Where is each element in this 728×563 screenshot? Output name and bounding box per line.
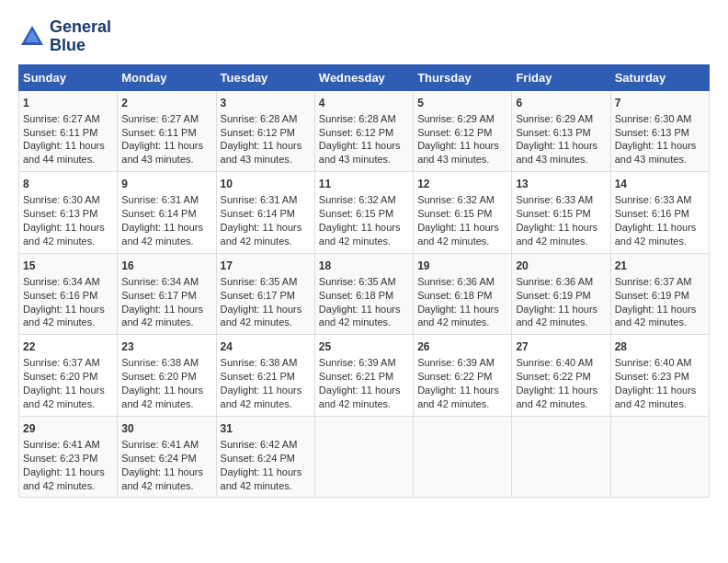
weekday-header-row: SundayMondayTuesdayWednesdayThursdayFrid… [19, 64, 710, 90]
calendar-cell: 1Sunrise: 6:27 AMSunset: 6:11 PMDaylight… [19, 90, 118, 172]
logo-icon [18, 23, 46, 51]
sunset-text: Sunset: 6:14 PM [121, 207, 211, 221]
sunset-text: Sunset: 6:23 PM [615, 370, 705, 384]
day-number: 5 [417, 96, 507, 110]
sunset-text: Sunset: 6:12 PM [417, 126, 507, 140]
sunset-text: Sunset: 6:15 PM [319, 207, 409, 221]
calendar-cell: 16Sunrise: 6:34 AMSunset: 6:17 PMDayligh… [118, 253, 216, 335]
sunset-text: Sunset: 6:21 PM [221, 370, 311, 384]
sunrise-text: Sunrise: 6:31 AM [121, 193, 211, 207]
sunset-text: Sunset: 6:22 PM [516, 370, 606, 384]
calendar-cell: 21Sunrise: 6:37 AMSunset: 6:19 PMDayligh… [610, 253, 709, 335]
day-number: 7 [615, 96, 705, 110]
sunset-text: Sunset: 6:13 PM [516, 126, 606, 140]
calendar-cell: 12Sunrise: 6:32 AMSunset: 6:15 PMDayligh… [414, 172, 512, 254]
weekday-header-tuesday: Tuesday [216, 64, 314, 90]
calendar-cell: 22Sunrise: 6:37 AMSunset: 6:20 PMDayligh… [19, 335, 118, 417]
calendar-cell: 7Sunrise: 6:30 AMSunset: 6:13 PMDaylight… [610, 90, 709, 172]
sunrise-text: Sunrise: 6:28 AM [221, 112, 311, 126]
calendar-cell: 27Sunrise: 6:40 AMSunset: 6:22 PMDayligh… [512, 335, 610, 417]
calendar-cell: 23Sunrise: 6:38 AMSunset: 6:20 PMDayligh… [118, 335, 216, 417]
daylight-text: Daylight: 11 hours and 42 minutes. [221, 221, 311, 248]
daylight-text: Daylight: 11 hours and 43 minutes. [319, 139, 409, 167]
sunset-text: Sunset: 6:11 PM [23, 126, 113, 140]
daylight-text: Daylight: 11 hours and 42 minutes. [23, 465, 113, 493]
day-number: 4 [319, 96, 409, 110]
sunset-text: Sunset: 6:19 PM [516, 289, 606, 303]
sunrise-text: Sunrise: 6:37 AM [23, 356, 113, 370]
calendar-cell: 11Sunrise: 6:32 AMSunset: 6:15 PMDayligh… [314, 172, 413, 254]
daylight-text: Daylight: 11 hours and 42 minutes. [221, 384, 311, 411]
day-number: 19 [417, 259, 507, 273]
sunrise-text: Sunrise: 6:42 AM [221, 438, 311, 452]
day-number: 10 [221, 177, 311, 191]
daylight-text: Daylight: 11 hours and 42 minutes. [319, 221, 409, 248]
weekday-header-saturday: Saturday [610, 64, 709, 90]
day-number: 16 [121, 259, 211, 273]
sunrise-text: Sunrise: 6:35 AM [319, 275, 409, 289]
sunset-text: Sunset: 6:20 PM [121, 370, 211, 384]
calendar-cell: 30Sunrise: 6:41 AMSunset: 6:24 PMDayligh… [118, 416, 216, 498]
logo-text: General Blue [50, 18, 111, 55]
day-number: 22 [23, 339, 113, 354]
sunset-text: Sunset: 6:12 PM [221, 126, 311, 140]
sunset-text: Sunset: 6:19 PM [615, 289, 705, 303]
sunset-text: Sunset: 6:11 PM [121, 126, 211, 140]
calendar-cell [610, 416, 709, 498]
day-number: 3 [221, 96, 311, 110]
calendar-cell: 20Sunrise: 6:36 AMSunset: 6:19 PMDayligh… [512, 253, 610, 335]
sunrise-text: Sunrise: 6:32 AM [417, 193, 507, 207]
daylight-text: Daylight: 11 hours and 42 minutes. [23, 221, 113, 248]
daylight-text: Daylight: 11 hours and 43 minutes. [615, 139, 705, 167]
day-number: 13 [516, 177, 606, 191]
sunset-text: Sunset: 6:13 PM [615, 126, 705, 140]
daylight-text: Daylight: 11 hours and 42 minutes. [417, 221, 507, 248]
daylight-text: Daylight: 11 hours and 42 minutes. [121, 303, 211, 330]
daylight-text: Daylight: 11 hours and 43 minutes. [221, 139, 311, 167]
calendar-cell: 2Sunrise: 6:27 AMSunset: 6:11 PMDaylight… [118, 90, 216, 172]
sunrise-text: Sunrise: 6:29 AM [516, 112, 606, 126]
sunset-text: Sunset: 6:16 PM [615, 207, 705, 221]
day-number: 25 [319, 339, 409, 354]
day-number: 12 [417, 177, 507, 191]
sunrise-text: Sunrise: 6:40 AM [615, 356, 705, 370]
day-number: 15 [23, 259, 113, 273]
daylight-text: Daylight: 11 hours and 42 minutes. [121, 384, 211, 411]
sunset-text: Sunset: 6:16 PM [23, 289, 113, 303]
daylight-text: Daylight: 11 hours and 44 minutes. [23, 139, 113, 167]
daylight-text: Daylight: 11 hours and 42 minutes. [319, 303, 409, 330]
sunset-text: Sunset: 6:24 PM [121, 452, 211, 465]
weekday-header-sunday: Sunday [19, 64, 118, 90]
sunrise-text: Sunrise: 6:41 AM [121, 438, 211, 452]
sunset-text: Sunset: 6:14 PM [221, 207, 311, 221]
day-number: 9 [121, 177, 211, 191]
sunset-text: Sunset: 6:17 PM [221, 289, 311, 303]
sunset-text: Sunset: 6:17 PM [121, 289, 211, 303]
calendar-cell: 24Sunrise: 6:38 AMSunset: 6:21 PMDayligh… [216, 335, 314, 417]
calendar-week-row: 29Sunrise: 6:41 AMSunset: 6:23 PMDayligh… [19, 416, 710, 498]
sunrise-text: Sunrise: 6:41 AM [23, 438, 113, 452]
calendar-cell: 4Sunrise: 6:28 AMSunset: 6:12 PMDaylight… [314, 90, 413, 172]
day-number: 29 [23, 421, 113, 436]
sunrise-text: Sunrise: 6:33 AM [615, 193, 705, 207]
day-number: 17 [221, 259, 311, 273]
daylight-text: Daylight: 11 hours and 43 minutes. [121, 139, 211, 167]
calendar-cell: 8Sunrise: 6:30 AMSunset: 6:13 PMDaylight… [19, 172, 118, 254]
daylight-text: Daylight: 11 hours and 42 minutes. [23, 384, 113, 411]
sunset-text: Sunset: 6:15 PM [516, 207, 606, 221]
daylight-text: Daylight: 11 hours and 42 minutes. [516, 221, 606, 248]
day-number: 31 [221, 421, 311, 436]
weekday-header-thursday: Thursday [414, 64, 512, 90]
weekday-header-monday: Monday [118, 64, 216, 90]
calendar-cell: 31Sunrise: 6:42 AMSunset: 6:24 PMDayligh… [216, 416, 314, 498]
day-number: 20 [516, 259, 606, 273]
day-number: 28 [615, 339, 705, 354]
sunrise-text: Sunrise: 6:29 AM [417, 112, 507, 126]
calendar-week-row: 15Sunrise: 6:34 AMSunset: 6:16 PMDayligh… [19, 253, 710, 335]
sunrise-text: Sunrise: 6:36 AM [417, 275, 507, 289]
calendar-cell: 26Sunrise: 6:39 AMSunset: 6:22 PMDayligh… [414, 335, 512, 417]
sunrise-text: Sunrise: 6:36 AM [516, 275, 606, 289]
calendar-cell: 28Sunrise: 6:40 AMSunset: 6:23 PMDayligh… [610, 335, 709, 417]
daylight-text: Daylight: 11 hours and 42 minutes. [417, 384, 507, 411]
sunset-text: Sunset: 6:20 PM [23, 370, 113, 384]
